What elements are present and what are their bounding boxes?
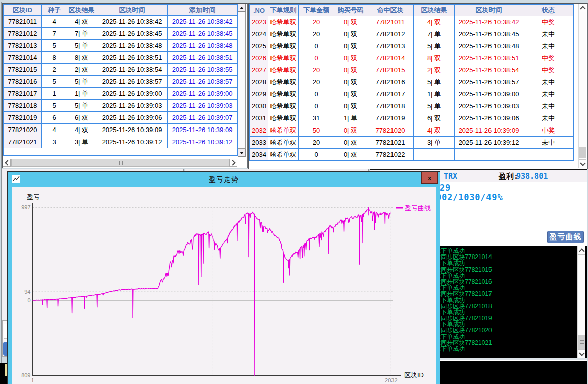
table-row[interactable]: 7782101277| 单2025-11-26 10:38:452025-11-… xyxy=(4,28,237,40)
info-line-2: 002/1030/49% xyxy=(436,192,503,202)
table-cell: 哈希单双 xyxy=(268,124,299,137)
table-header-row: 区块ID种子区块结果区块时间添加时间 xyxy=(4,5,237,16)
table-row[interactable]: 7782101355| 单2025-11-26 10:38:482025-11-… xyxy=(4,40,237,52)
table-row[interactable]: 2023哈希单双200| 双778210114| 双2025-11-26 10:… xyxy=(250,16,573,28)
hscroll-thumb[interactable] xyxy=(11,159,231,167)
blocks-table-vscrollbar[interactable] xyxy=(238,4,246,157)
chevron-right-icon xyxy=(230,160,235,165)
table-row[interactable]: 2032哈希单双500| 双778210204| 双2025-11-26 10:… xyxy=(250,124,573,137)
column-header[interactable]: 区块结果 xyxy=(67,5,96,16)
scroll-left-button[interactable] xyxy=(3,159,11,167)
table-row[interactable]: 2024哈希单双200| 双778210127| 单2025-11-26 10:… xyxy=(250,28,573,40)
orders-table-vscrollbar[interactable] xyxy=(578,4,586,168)
close-button[interactable]: x xyxy=(421,172,438,184)
table-cell: 50 xyxy=(299,124,334,137)
scroll-down-button[interactable] xyxy=(238,149,246,157)
x-tick-label: 2032 xyxy=(385,377,397,383)
column-header[interactable]: 区块结果 xyxy=(414,5,455,16)
table-cell: 未中 xyxy=(523,100,573,112)
table-cell: 2025-11-26 10:39:07 xyxy=(168,112,237,124)
table-cell: 77821020 xyxy=(4,124,42,136)
column-header[interactable]: .NO xyxy=(250,5,268,16)
table-row[interactable]: 2033哈希单双200| 双778210213| 单2025-11-26 10:… xyxy=(250,137,573,149)
table-cell: 2025-11-26 10:38:42 xyxy=(455,16,523,28)
column-header[interactable]: 区块ID xyxy=(4,5,42,16)
table-row[interactable]: 2028哈希单双200| 双778210165| 单2025-11-26 10:… xyxy=(250,76,573,88)
column-header[interactable]: 状态 xyxy=(523,5,573,16)
table-row[interactable]: 2034哈希单双00| 双77821022 xyxy=(250,149,573,161)
table-cell: 5| 单 xyxy=(67,40,96,52)
table-cell: 2025 xyxy=(250,40,268,52)
table-cell: 2028 xyxy=(250,76,268,88)
table-cell: 5 xyxy=(42,40,67,52)
table-cell: 中奖 xyxy=(523,16,573,28)
vscroll-thumb[interactable] xyxy=(578,335,585,349)
table-row[interactable]: 2025哈希单双00| 双778210135| 单2025-11-26 10:3… xyxy=(250,40,573,52)
table-row[interactable]: 7782101711| 单2025-11-26 10:39:002025-11-… xyxy=(4,88,237,100)
table-cell: 2025-11-26 10:39:00 xyxy=(96,88,168,100)
scroll-right-button[interactable] xyxy=(229,159,237,167)
console-scrollbar[interactable] xyxy=(577,246,585,358)
table-cell: 2025-11-26 10:39:06 xyxy=(96,112,168,124)
column-header[interactable]: 区块时间 xyxy=(455,5,523,16)
window-titlebar[interactable]: 盈亏走势 x xyxy=(8,172,440,187)
table-row[interactable]: 2029哈希单双00| 双778210171| 单2025-11-26 10:3… xyxy=(250,88,573,100)
column-header[interactable]: 命中区块 xyxy=(367,5,414,16)
log-line: :同步区块77821020 xyxy=(439,327,587,333)
orders-table: .NO下单规则下单金额购买号码命中区块区块结果区块时间状态2023哈希单双200… xyxy=(249,4,574,161)
profit-curve-button[interactable]: 盈亏曲线 xyxy=(547,231,584,243)
column-header[interactable]: 区块时间 xyxy=(96,5,168,16)
coin-label: TRX xyxy=(444,172,457,181)
table-cell: 0 xyxy=(299,52,334,64)
table-cell: 哈希单双 xyxy=(268,112,299,124)
table-row[interactable]: 7782101966| 双2025-11-26 10:39:062025-11-… xyxy=(4,112,237,124)
table-row[interactable]: 2031哈希单双311| 单778210196| 双2025-11-26 10:… xyxy=(250,112,573,124)
scroll-up-button[interactable] xyxy=(578,246,585,255)
vscroll-thumb[interactable] xyxy=(238,12,246,149)
chevron-left-icon xyxy=(5,160,10,165)
table-row[interactable]: 7782102044| 双2025-11-26 10:39:092025-11-… xyxy=(4,124,237,136)
table-cell: 2025-11-26 10:39:00 xyxy=(168,88,237,100)
table-row[interactable]: 7782101488| 双2025-11-26 10:38:512025-11-… xyxy=(4,52,237,64)
table-row[interactable]: 7782101522| 双2025-11-26 10:38:542025-11-… xyxy=(4,64,237,76)
column-header[interactable]: 购买号码 xyxy=(334,5,367,16)
table-cell: 未中 xyxy=(523,88,573,100)
y-axis-title: 盈亏 xyxy=(27,193,40,201)
table-cell: 2025-11-26 10:39:03 xyxy=(96,100,168,112)
column-header[interactable]: 种子 xyxy=(42,5,67,16)
table-row[interactable]: 2027哈希单双200| 双778210152| 双2025-11-26 10:… xyxy=(250,64,573,76)
table-cell: 2023 xyxy=(250,16,268,28)
scroll-down-button[interactable] xyxy=(578,349,585,358)
column-header[interactable]: 下单金额 xyxy=(299,5,334,16)
table-row[interactable]: 2026哈希单双00| 双778210148| 双2025-11-26 10:3… xyxy=(250,52,573,64)
table-cell xyxy=(455,149,523,161)
scroll-down-button[interactable] xyxy=(579,159,586,168)
table-row[interactable]: 2030哈希单双00| 双778210185| 单2025-11-26 10:3… xyxy=(250,100,573,112)
table-cell: 2025-11-26 10:38:51 xyxy=(455,52,523,64)
table-cell: 0 xyxy=(299,149,334,161)
scroll-up-button[interactable] xyxy=(579,4,586,12)
blocks-table-hscrollbar[interactable] xyxy=(3,159,237,167)
table-cell: 4| 双 xyxy=(67,124,96,136)
table-cell: 6| 双 xyxy=(67,112,96,124)
column-header[interactable]: 添加时间 xyxy=(168,5,237,16)
table-cell: 4| 双 xyxy=(67,16,96,28)
table-cell: 2025-11-26 10:38:45 xyxy=(168,28,237,40)
vscroll-thumb[interactable] xyxy=(579,147,586,158)
table-cell: 2| 双 xyxy=(67,64,96,76)
table-row[interactable]: 7782101144| 双2025-11-26 10:38:422025-11-… xyxy=(4,16,237,28)
log-line: :下单成功 xyxy=(439,346,587,352)
table-cell: 2025-11-26 10:39:09 xyxy=(96,124,168,136)
table-cell: 4 xyxy=(42,124,67,136)
column-header[interactable]: 下单规则 xyxy=(268,5,299,16)
table-row[interactable]: 7782101655| 单2025-11-26 10:38:572025-11-… xyxy=(4,76,237,88)
table-cell: 1| 单 xyxy=(67,88,96,100)
triangle-down-icon xyxy=(240,152,244,154)
table-cell: 77821013 xyxy=(367,40,414,52)
scroll-up-button[interactable] xyxy=(238,4,246,12)
table-row[interactable]: 7782101855| 单2025-11-26 10:39:032025-11-… xyxy=(4,100,237,112)
table-cell: 0| 双 xyxy=(334,149,367,161)
table-row[interactable]: 7782102133| 单2025-11-26 10:39:122025-11-… xyxy=(4,136,237,148)
table-cell: 2025-11-26 10:39:00 xyxy=(455,88,523,100)
table-cell: 77821018 xyxy=(4,100,42,112)
